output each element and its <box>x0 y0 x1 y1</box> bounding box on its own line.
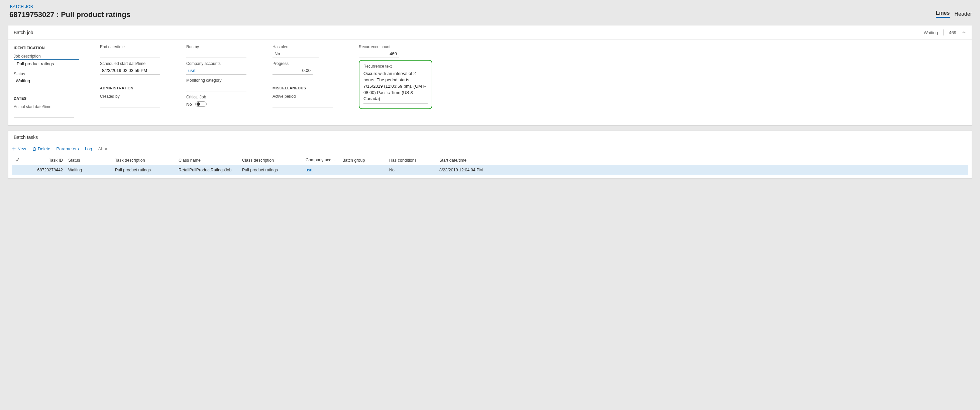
parameters-button[interactable]: Parameters <box>57 146 79 151</box>
new-button[interactable]: New <box>12 146 26 151</box>
status-value[interactable] <box>14 77 60 85</box>
batch-tasks-title: Batch tasks <box>8 131 972 144</box>
recurrence-count-label: Recurrence count <box>359 45 432 49</box>
critical-job-value: No <box>186 102 192 107</box>
status-label: Status <box>14 72 84 76</box>
batch-job-count-chip: 469 <box>949 30 956 35</box>
recurrence-text-value: Occurs with an interval of 2 hours. The … <box>363 71 428 104</box>
job-description-label: Job description <box>14 54 84 59</box>
select-column-header[interactable] <box>12 155 25 165</box>
table-row[interactable]: 68720278442 Waiting Pull product ratings… <box>12 165 968 175</box>
cell-has-conditions: No <box>387 165 437 175</box>
run-by-label: Run by <box>186 45 256 49</box>
col-company-accounts[interactable]: Company acc... <box>303 156 340 165</box>
progress-label: Progress <box>272 61 343 66</box>
delete-button[interactable]: Delete <box>32 146 51 151</box>
col-has-conditions[interactable]: Has conditions <box>387 156 437 165</box>
col-task-description[interactable]: Task description <box>112 156 176 165</box>
col-status[interactable]: Status <box>65 156 112 165</box>
monitoring-category-value[interactable] <box>186 83 247 91</box>
progress-value[interactable] <box>272 67 313 75</box>
batch-job-status-chip: Waiting <box>923 30 938 35</box>
active-period-value[interactable] <box>272 99 332 107</box>
cell-class-name: RetailPullProductRatingsJob <box>176 165 239 175</box>
cell-status: Waiting <box>65 165 112 175</box>
actual-start-value[interactable] <box>14 110 74 118</box>
identification-heading: IDENTIFICATION <box>14 46 84 50</box>
scheduled-start-value[interactable] <box>100 67 160 75</box>
abort-button: Abort <box>98 146 109 151</box>
critical-job-toggle[interactable] <box>195 101 207 107</box>
cell-class-description: Pull product ratings <box>239 165 303 175</box>
cell-task-description: Pull product ratings <box>112 165 176 175</box>
end-date-label: End date/time <box>100 45 170 49</box>
col-class-name[interactable]: Class name <box>176 156 239 165</box>
batch-tasks-grid: Task ID Status Task description Class na… <box>12 155 968 175</box>
col-class-description[interactable]: Class description <box>239 156 303 165</box>
batch-tasks-card: Batch tasks New Delete Parameters Log Ab… <box>8 130 972 179</box>
created-by-label: Created by <box>100 94 170 99</box>
end-date-value[interactable] <box>100 50 160 58</box>
recurrence-text-label: Recurrence text <box>363 64 428 69</box>
job-description-input[interactable] <box>14 59 79 68</box>
company-accounts-label: Company accounts <box>186 61 256 66</box>
tab-lines[interactable]: Lines <box>936 10 950 18</box>
cell-task-id: 68720278442 <box>25 165 65 175</box>
run-by-value[interactable] <box>186 50 247 58</box>
company-accounts-value[interactable]: usrt <box>186 67 247 75</box>
miscellaneous-heading: MISCELLANEOUS <box>272 86 343 90</box>
breadcrumb[interactable]: BATCH JOB <box>10 4 130 9</box>
col-batch-group[interactable]: Batch group <box>340 156 387 165</box>
dates-heading: DATES <box>14 96 84 101</box>
log-button[interactable]: Log <box>85 146 92 151</box>
has-alert-value[interactable] <box>272 50 319 58</box>
divider <box>943 29 943 35</box>
monitoring-category-label: Monitoring category <box>186 78 256 83</box>
actual-start-label: Actual start date/time <box>14 104 84 109</box>
has-alert-label: Has alert <box>272 45 343 49</box>
chevron-up-icon[interactable] <box>962 30 966 35</box>
cell-start-datetime: 8/23/2019 12:04:04 PM <box>437 165 968 175</box>
batch-job-card-title: Batch job <box>14 30 33 35</box>
created-by-value[interactable] <box>100 99 160 107</box>
col-start-datetime[interactable]: Start date/time <box>437 156 968 165</box>
col-task-id[interactable]: Task ID <box>25 156 65 165</box>
tab-header[interactable]: Header <box>955 11 972 18</box>
batch-job-card: Batch job Waiting 469 IDENTIFICATION Job… <box>8 25 972 126</box>
recurrence-count-value[interactable] <box>359 50 399 58</box>
cell-company-accounts[interactable]: usrt <box>303 165 340 175</box>
administration-heading: ADMINISTRATION <box>100 86 170 90</box>
grid-header-row: Task ID Status Task description Class na… <box>12 155 968 165</box>
svg-marker-5 <box>336 159 339 161</box>
svg-rect-2 <box>33 148 35 150</box>
scheduled-start-label: Scheduled start date/time <box>100 61 170 66</box>
check-icon <box>15 158 19 163</box>
critical-job-label: Critical Job <box>186 95 256 99</box>
cell-batch-group <box>340 168 387 172</box>
active-period-label: Active period <box>272 94 343 99</box>
recurrence-text-box: Recurrence text Occurs with an interval … <box>359 60 432 109</box>
page-title: 68719753027 : Pull product ratings <box>10 10 130 19</box>
